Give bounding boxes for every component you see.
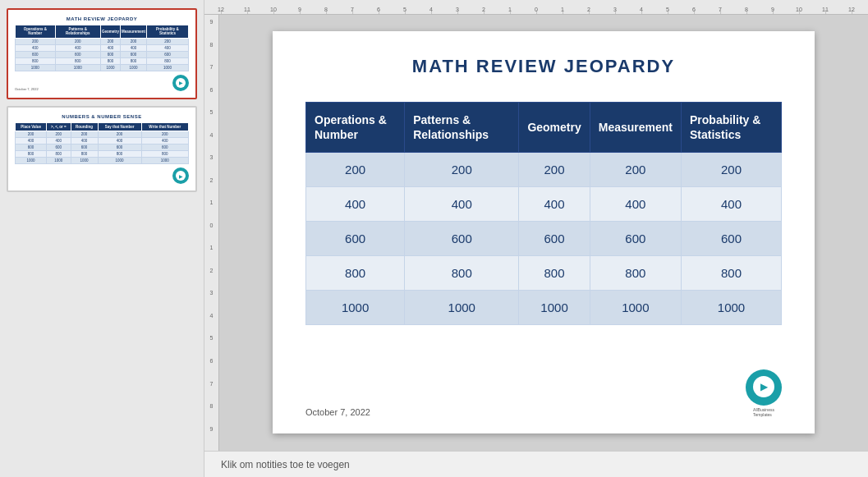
ruler-mark: 12 (838, 7, 865, 12)
side-ruler-mark: 4 (204, 131, 218, 154)
thumb-header: >, <, or = (47, 122, 71, 131)
table-row: 800800800800800 (306, 256, 782, 291)
side-ruler-mark: 9 (204, 18, 218, 41)
thumb-cell: 400 (146, 44, 188, 51)
main-table: Operations & NumberPatterns & Relationsh… (305, 102, 782, 325)
thumb-cell: 400 (71, 138, 98, 144)
thumb-header: Probability & Statistics (146, 25, 188, 39)
thumb-cell: 400 (100, 44, 120, 51)
ruler-mark: 10 (786, 7, 812, 12)
ruler-mark: 2 (471, 7, 497, 12)
thumb-cell: 200 (98, 131, 141, 138)
slide-thumb-1[interactable]: MATH REVIEW JEOPARDYOperations & NumberP… (7, 8, 197, 99)
table-cell: 200 (519, 153, 590, 187)
thumb-row: 800800800800800 (16, 57, 189, 64)
side-ruler-mark: 9 (204, 425, 218, 448)
thumb-cell: 800 (98, 151, 141, 158)
thumb-cell: 400 (120, 44, 146, 51)
side-ruler: 9876543210123456789 (204, 15, 219, 451)
table-cell: 1000 (519, 291, 590, 325)
logo-icon: ▶ (760, 381, 768, 392)
ruler-mark: 5 (392, 7, 418, 12)
table-cell: 200 (682, 153, 782, 187)
thumb-cell: 600 (16, 51, 56, 57)
thumb-cell: 400 (141, 138, 188, 144)
slide-date: October 7, 2022 (305, 407, 370, 417)
side-ruler-mark: 5 (204, 108, 218, 131)
table-cell: 400 (306, 187, 405, 222)
thumb-cell: 800 (47, 151, 71, 158)
table-cell: 600 (590, 222, 681, 256)
thumb-footer-1: October 7, 2022▶ (15, 75, 189, 91)
table-cell: 400 (405, 187, 519, 222)
ruler-mark: 5 (654, 7, 681, 12)
ruler-mark: 7 (707, 7, 733, 12)
slide-panel[interactable]: 1MATH REVIEW JEOPARDYOperations & Number… (0, 0, 204, 477)
side-ruler-mark: 4 (204, 312, 218, 335)
side-ruler-mark: 5 (204, 334, 218, 357)
main-table-header: Measurement (590, 103, 681, 153)
side-ruler-mark: 6 (204, 357, 218, 380)
thumb-cell: 200 (120, 38, 146, 44)
slide-thumb-wrapper-2[interactable]: 2NUMBERS & NUMBER SENSEPlace Value>, <, … (7, 106, 197, 192)
thumb-cell: 1000 (55, 64, 100, 71)
thumb-cell: 600 (120, 51, 146, 57)
thumb-row: 200200200200200 (16, 131, 189, 138)
ruler-mark: 9 (760, 7, 786, 12)
thumb-cell: 200 (16, 131, 47, 138)
table-cell: 1000 (405, 291, 519, 325)
right-content: 1211109876543210123456789101112 98765432… (204, 0, 868, 477)
table-cell: 800 (405, 256, 519, 291)
ruler-mark: 1 (497, 7, 523, 12)
thumb-cell: 200 (146, 38, 188, 44)
table-row: 400400400400400 (306, 187, 782, 222)
thumb-cell: 400 (16, 138, 47, 144)
table-cell: 800 (306, 256, 405, 291)
thumb-cell: 400 (16, 44, 56, 51)
thumb-cell: 800 (16, 151, 47, 158)
main-table-header: Geometry (519, 103, 590, 153)
thumb-cell: 200 (16, 38, 56, 44)
thumb-header: Write that Number (141, 122, 188, 131)
table-cell: 400 (682, 187, 782, 222)
thumb-cell: 800 (141, 151, 188, 158)
table-row: 600600600600600 (306, 222, 782, 256)
thumb-cell: 800 (55, 57, 100, 64)
ruler-mark: 4 (628, 7, 654, 12)
thumb-row: 200200200200200 (16, 38, 189, 44)
table-cell: 200 (590, 153, 681, 187)
thumb-cell: 1000 (100, 64, 120, 71)
ruler-mark: 6 (365, 7, 392, 12)
thumb-header: Geometry (100, 25, 120, 39)
thumb-cell: 1000 (120, 64, 146, 71)
thumb-header: Say that Number (98, 122, 141, 131)
table-cell: 200 (306, 153, 405, 187)
thumb-cell: 1000 (71, 158, 98, 164)
ruler-mark: 3 (444, 7, 471, 12)
thumb-cell: 800 (100, 57, 120, 64)
side-ruler-mark: 7 (204, 63, 218, 86)
ruler-mark: 0 (523, 7, 549, 12)
thumb-row: 400400400400400 (16, 138, 189, 144)
thumb-row: 10001000100010001000 (16, 64, 189, 71)
side-ruler-mark: 3 (204, 289, 218, 312)
slide-thumb-2[interactable]: NUMBERS & NUMBER SENSEPlace Value>, <, o… (7, 106, 197, 192)
thumb-cell: 600 (98, 144, 141, 151)
thumb-cell: 800 (146, 57, 188, 64)
thumb-header: Patterns & Relationships (55, 25, 100, 39)
thumb-logo-1: ▶ (172, 75, 189, 91)
thumb-row: 800800800800800 (16, 151, 189, 158)
thumb-header: Measurement (120, 25, 146, 39)
side-ruler-mark: 2 (204, 177, 218, 200)
slide-thumb-wrapper-1[interactable]: 1MATH REVIEW JEOPARDYOperations & Number… (7, 8, 197, 99)
slide-canvas: MATH REVIEW JEOPARDY Operations & Number… (273, 31, 815, 433)
ruler-mark: 4 (418, 7, 444, 12)
bottom-bar[interactable]: Klik om notities toe te voegen (204, 451, 868, 477)
ruler-mark: 12 (208, 7, 234, 12)
thumb-cell: 1000 (146, 64, 188, 71)
table-cell: 400 (590, 187, 681, 222)
top-ruler: 1211109876543210123456789101112 (204, 0, 868, 15)
thumb-cell: 200 (141, 131, 188, 138)
main-table-header: Probability & Statistics (682, 103, 782, 153)
table-cell: 600 (405, 222, 519, 256)
